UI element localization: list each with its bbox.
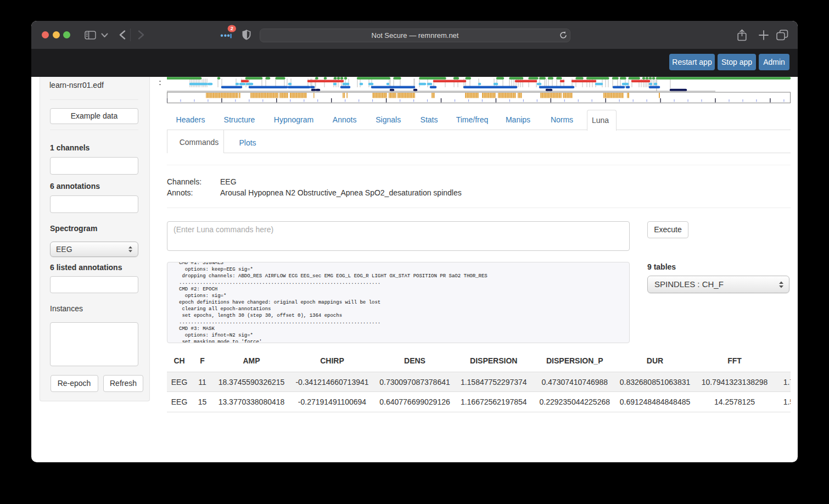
svg-text:2: 2: [231, 25, 233, 31]
